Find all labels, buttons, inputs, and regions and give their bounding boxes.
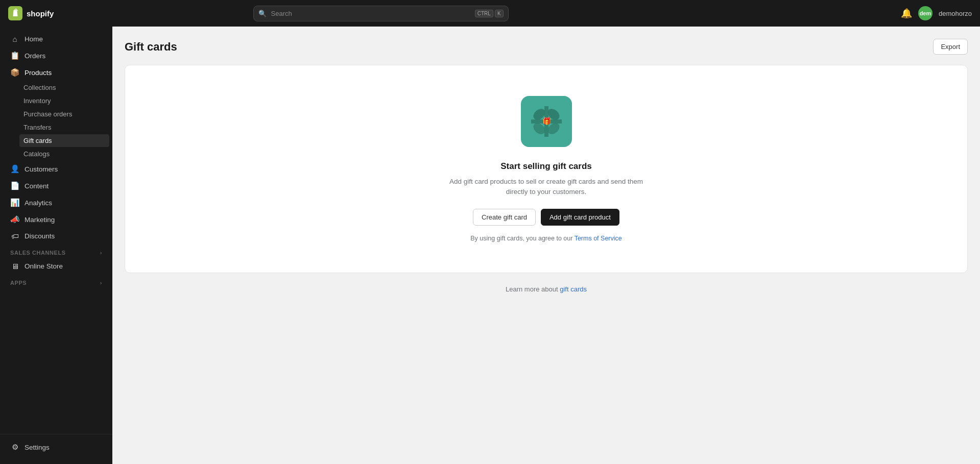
main-content: Gift cards Export — [112, 27, 980, 464]
home-icon: ⌂ — [10, 35, 19, 43]
discounts-label: Discounts — [25, 232, 55, 240]
search-bar: 🔍 CTRL K — [253, 6, 509, 21]
terms-of-service-link[interactable]: Terms of Service — [575, 235, 622, 242]
products-label: Products — [25, 69, 52, 77]
sidebar-item-transfers[interactable]: Transfers — [19, 121, 109, 134]
shopify-logo[interactable]: shopify — [8, 6, 54, 20]
sales-channels-label: Sales channels — [10, 250, 66, 256]
page-header: Gift cards Export — [125, 39, 968, 55]
products-submenu: Collections Inventory Purchase orders Tr… — [0, 81, 112, 160]
orders-label: Orders — [25, 52, 45, 60]
apps-label: Apps — [10, 280, 27, 286]
gift-card-illustration: 🎁 — [521, 96, 572, 147]
marketing-icon: 📣 — [10, 215, 19, 224]
home-label: Home — [25, 35, 43, 43]
sidebar-item-products[interactable]: 📦 Products — [3, 64, 109, 81]
card-subtext: Add gift card products to sell or create… — [449, 177, 643, 198]
add-gift-card-product-button[interactable]: Add gift card product — [541, 209, 619, 226]
footer-info: Learn more about gift cards — [125, 285, 968, 293]
sidebar-item-gift-cards[interactable]: Gift cards — [19, 134, 109, 147]
customers-icon: 👤 — [10, 164, 19, 174]
apps-section[interactable]: Apps › — [0, 275, 112, 288]
content-label: Content — [25, 182, 49, 190]
sidebar: ⌂ Home 📋 Orders 📦 Products Collections I… — [0, 27, 112, 464]
export-button[interactable]: Export — [933, 39, 968, 55]
ctrl-key: CTRL — [475, 10, 493, 17]
search-input[interactable] — [253, 6, 509, 21]
gift-cards-row: Gift cards — [19, 134, 112, 147]
content-icon: 📄 — [10, 181, 19, 190]
gift-card-svg: 🎁 — [521, 96, 572, 147]
sidebar-item-settings[interactable]: ⚙ Settings — [3, 439, 109, 455]
username[interactable]: demohorzo — [939, 10, 972, 17]
customers-label: Customers — [25, 165, 58, 173]
apps-chevron-icon: › — [100, 280, 102, 286]
k-key: K — [495, 10, 504, 17]
learn-more-gift-cards-link[interactable]: gift cards — [560, 285, 587, 293]
page-title: Gift cards — [125, 40, 177, 54]
sidebar-item-orders[interactable]: 📋 Orders — [3, 47, 109, 64]
shopify-logo-text: shopify — [27, 9, 54, 18]
online-store-label: Online Store — [25, 262, 63, 270]
search-shortcut: CTRL K — [475, 10, 504, 17]
chevron-right-icon: › — [100, 250, 102, 256]
sidebar-item-analytics[interactable]: 📊 Analytics — [3, 194, 109, 211]
analytics-label: Analytics — [25, 199, 52, 207]
svg-text:🎁: 🎁 — [542, 117, 551, 126]
sidebar-item-purchase-orders[interactable]: Purchase orders — [19, 108, 109, 120]
notifications-icon[interactable]: 🔔 — [901, 8, 912, 19]
card-actions: Create gift card Add gift card product — [473, 209, 619, 226]
settings-icon: ⚙ — [10, 443, 19, 452]
sidebar-item-inventory[interactable]: Inventory — [19, 94, 109, 107]
search-icon: 🔍 — [258, 10, 267, 17]
sidebar-item-marketing[interactable]: 📣 Marketing — [3, 211, 109, 228]
avatar[interactable]: dem — [918, 6, 933, 20]
sidebar-item-discounts[interactable]: 🏷 Discounts — [3, 228, 109, 244]
card-heading: Start selling gift cards — [500, 161, 592, 172]
sidebar-item-content[interactable]: 📄 Content — [3, 178, 109, 194]
sidebar-item-collections[interactable]: Collections — [19, 81, 109, 94]
analytics-icon: 📊 — [10, 198, 19, 207]
discounts-icon: 🏷 — [10, 232, 19, 240]
orders-icon: 📋 — [10, 51, 19, 60]
terms-text: By using gift cards, you agree to our Te… — [470, 235, 622, 242]
sidebar-bottom: ⚙ Settings — [0, 434, 112, 460]
sidebar-item-customers[interactable]: 👤 Customers — [3, 161, 109, 177]
create-gift-card-button[interactable]: Create gift card — [473, 209, 536, 226]
online-store-icon: 🖥 — [10, 262, 19, 271]
gift-cards-empty-card: 🎁 Start selling gift cards Add gift card… — [125, 65, 968, 273]
topnav-right: 🔔 dem demohorzo — [901, 6, 972, 20]
app-body: ⌂ Home 📋 Orders 📦 Products Collections I… — [0, 27, 980, 464]
shopify-bag-icon — [8, 6, 22, 20]
marketing-label: Marketing — [25, 216, 55, 224]
sidebar-nav: ⌂ Home 📋 Orders 📦 Products Collections I… — [0, 31, 112, 430]
settings-label: Settings — [25, 444, 50, 451]
topnav: shopify 🔍 CTRL K 🔔 dem demohorzo — [0, 0, 980, 27]
sales-channels-section[interactable]: Sales channels › — [0, 245, 112, 258]
sidebar-item-home[interactable]: ⌂ Home — [3, 31, 109, 47]
sidebar-item-online-store[interactable]: 🖥 Online Store — [3, 258, 109, 274]
products-icon: 📦 — [10, 68, 19, 77]
sidebar-item-catalogs[interactable]: Catalogs — [19, 148, 109, 160]
